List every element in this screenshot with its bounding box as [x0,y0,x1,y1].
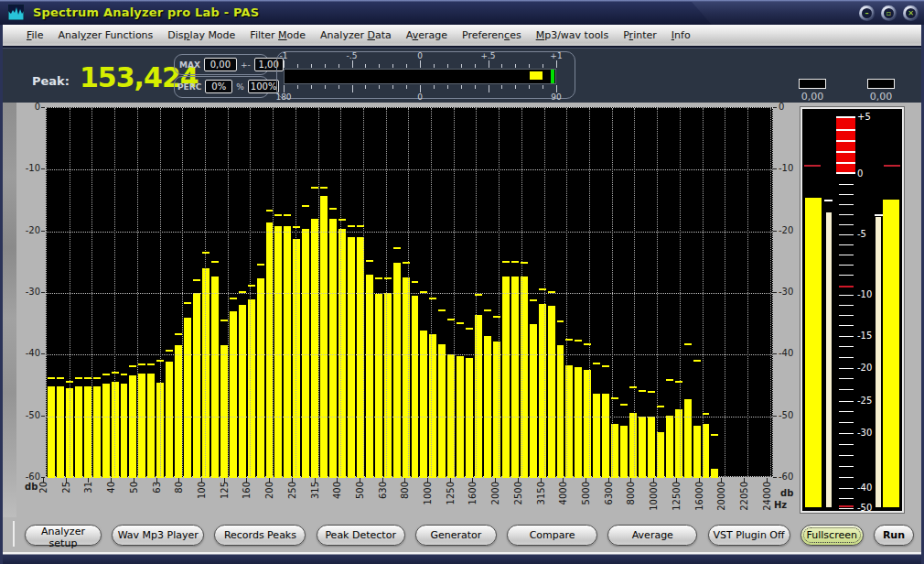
freq-axis-label: 10000 [649,482,659,511]
run-button[interactable]: Run [874,525,914,546]
peak-hold-marker [438,309,446,311]
analyzer-setup-button[interactable]: Analyzer setup [25,525,102,546]
perc-separator: % [236,82,244,92]
peak-hold-marker [121,374,128,375]
menu-bar: FileAnalyzer FunctionsDisplay ModeFilter… [3,25,921,48]
grid-line-v [544,108,545,476]
compare-button[interactable]: Compare [507,525,597,546]
spectrum-bar [293,239,300,478]
balance-tick-top [420,60,421,68]
peak-hold-marker [257,264,264,266]
balance-tick-top [297,64,298,68]
vu-minor-tick [839,357,854,358]
vu-scale-label: -20 [857,363,872,373]
spectrum-bar [584,370,591,478]
balance-tick-bottom [475,85,476,89]
menu-item-analyzer-data[interactable]: Analyzer Data [313,27,399,43]
menu-item-printer[interactable]: Printer [616,27,664,43]
vu-left-level-bar [805,198,822,507]
grid-line-h [47,232,772,233]
fullscreen-button[interactable]: Fullscreen [800,525,864,546]
vst-plugin-off-button[interactable]: VST Plugin Off [708,525,790,546]
grid-line-h [47,169,772,170]
grid-line-v [566,108,567,476]
db-axis-tick-left [41,416,45,417]
peak-hold-marker [693,360,701,362]
balance-tick-bottom [392,85,393,89]
balance-tick-bottom [365,85,366,89]
average-button[interactable]: Average [607,525,697,546]
peak-hold-marker [557,320,564,322]
grid-line-h [47,293,772,294]
generator-button[interactable]: Generator [415,525,497,546]
freq-axis-label: 24000 [762,482,772,511]
peak-hold-marker [429,298,436,299]
menu-item-display-mode[interactable]: Display Mode [160,27,242,43]
minimize-button[interactable]: – [859,5,875,21]
spectrum-bar [684,399,692,478]
menu-item-info[interactable]: Info [664,27,698,43]
maximize-button[interactable]: ▫ [881,5,897,21]
peak-hold-marker [184,302,191,304]
grid-line-v [318,108,319,476]
vu-red-bar-segment-line [836,129,855,131]
grid-line-v [160,108,161,476]
max-value-field[interactable]: 0,00 [204,58,237,71]
spectrum-bar [511,277,519,478]
close-icon: ✕ [906,8,916,18]
spectrum-bar [639,417,646,478]
freq-axis-label: 100 [197,482,207,499]
peak-detector-button[interactable]: Peak Detector [317,525,405,546]
menu-item-file[interactable]: File [19,27,50,43]
peak-hold-marker [102,374,110,375]
balance-tick-top [489,60,489,68]
peak-hold-marker [284,214,291,216]
grid-line-v [657,108,658,476]
perc-value-field[interactable]: 0% [205,80,232,93]
peak-hold-marker [403,262,410,264]
wav-mp3-player-button[interactable]: Wav Mp3 Player [112,525,204,546]
records-peaks-button[interactable]: Records Peaks [214,525,306,546]
grid-line-v [137,108,138,476]
db-axis-tick-right [773,477,777,478]
menu-item-preferences[interactable]: Preferences [455,27,529,43]
freq-axis-label: 800 [400,482,410,499]
balance-tick-top [515,64,516,68]
vu-scale-label: 0 [857,168,863,179]
grid-line-v [725,108,725,476]
close-button[interactable]: ✕ [903,5,919,21]
grid-line-v [340,108,341,476]
menu-item-filter-mode[interactable]: Filter Mode [242,27,313,43]
peak-hold-marker [575,340,582,342]
peak-hold-marker [129,365,136,367]
spectrum-bar [84,386,91,478]
spectrum-bar [502,277,510,478]
spectrum-bar [666,416,673,478]
peak-hold-marker [266,210,274,212]
vu-scale-tick [839,488,854,489]
db-axis-label-right: -10 [779,163,806,173]
perc-label: PERC [177,82,201,92]
freq-axis-label: 20000 [716,482,726,511]
spectrum-plot [46,107,773,477]
vu-scale-label: -25 [857,396,872,406]
vu-minor-tick [839,389,854,390]
spectrum-bar [239,305,246,478]
perc-limit-field[interactable]: 100% [248,80,279,93]
menu-item-average[interactable]: Average [399,27,455,43]
grid-line-v [589,108,590,476]
spectrum-bar [348,237,355,478]
max-row: MAX 0,00 +- 1,00 [179,58,284,71]
vu-scale-label: -40 [857,483,872,493]
vu-scale-label: -15 [857,331,872,341]
spectrum-bar [393,263,401,478]
peak-hold-marker [329,208,337,210]
spectrum-bar [530,324,537,478]
balance-tick-bottom [406,85,407,89]
vu-minor-tick [839,444,854,445]
menu-item-analyzer-functions[interactable]: Analyzer Functions [50,27,160,43]
menu-item-mp3-wav-tools[interactable]: Mp3/wav tools [529,27,617,43]
balance-tick-top [529,64,530,68]
spectrum-bar [284,226,291,478]
peak-hold-marker [539,288,546,290]
